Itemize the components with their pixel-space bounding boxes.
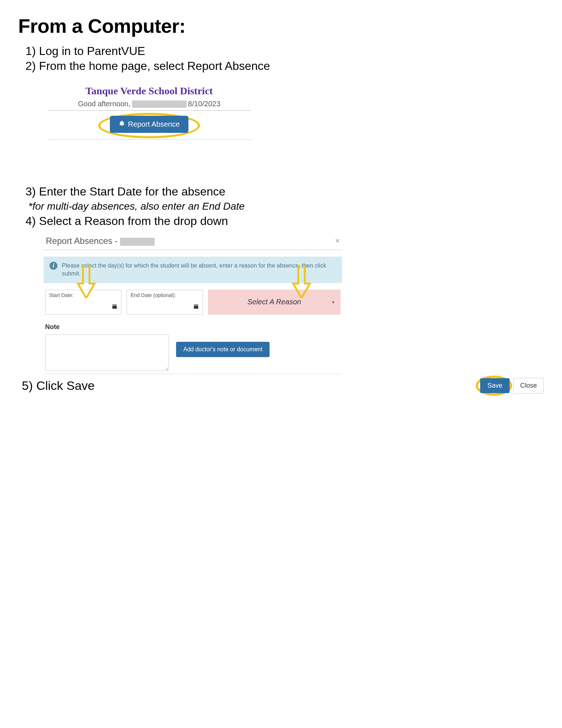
step-2: 2) From the home page, select Report Abs… — [25, 59, 544, 73]
reason-dropdown[interactable]: Select A Reason ▾ — [208, 290, 340, 314]
report-absence-label: Report Absence — [128, 120, 180, 128]
report-absence-row: Report Absence — [47, 111, 251, 140]
bell-icon — [119, 120, 125, 128]
close-button[interactable]: Close — [513, 378, 544, 393]
modal-title: Report Absences - — [46, 236, 120, 246]
report-absence-modal: Report Absences - × i Please select the … — [44, 234, 342, 374]
end-date-field[interactable]: End Date (optional): — [127, 290, 203, 314]
note-section: Note Add doctor's note or document — [44, 323, 342, 371]
redacted-name — [132, 100, 187, 108]
modal-header: Report Absences - × — [44, 234, 342, 250]
report-absence-button[interactable]: Report Absence — [110, 116, 188, 133]
screenshot-parentvue-home: Tanque Verde School District Good aftern… — [47, 84, 251, 140]
modal-footer-buttons: Save Close — [480, 378, 544, 393]
district-title: Tanque Verde School District — [47, 84, 251, 100]
note-label: Note — [45, 323, 340, 331]
greeting-text: Good afternoon, — [78, 100, 131, 108]
close-icon[interactable]: × — [335, 236, 340, 246]
save-button[interactable]: Save — [480, 378, 510, 393]
step-1: 1) Log in to ParentVUE — [25, 44, 544, 58]
step-5: 5) Click Save — [22, 379, 95, 393]
greeting-row: Good afternoon, 8/10/2023 — [47, 100, 251, 111]
end-date-label: End Date (optional): — [131, 292, 199, 298]
greeting-date: 8/10/2023 — [188, 100, 220, 108]
annotation-arrow-reason — [291, 265, 312, 300]
step-3-note: *for multi-day absences, also enter an E… — [28, 201, 544, 212]
add-document-button[interactable]: Add doctor's note or document — [176, 342, 270, 357]
annotation-arrow-startdate — [76, 265, 97, 300]
note-textarea[interactable] — [45, 335, 169, 371]
chevron-down-icon: ▾ — [332, 300, 334, 305]
step-4: 4) Select a Reason from the drop down — [25, 214, 544, 228]
footer-row: 5) Click Save Save Close — [18, 378, 544, 393]
page-heading: From a Computer: — [18, 15, 544, 37]
calendar-icon — [193, 304, 199, 310]
info-icon: i — [49, 262, 57, 270]
redacted-student — [120, 238, 155, 246]
calendar-icon — [112, 304, 117, 310]
step-3: 3) Enter the Start Date for the absence — [25, 185, 544, 198]
